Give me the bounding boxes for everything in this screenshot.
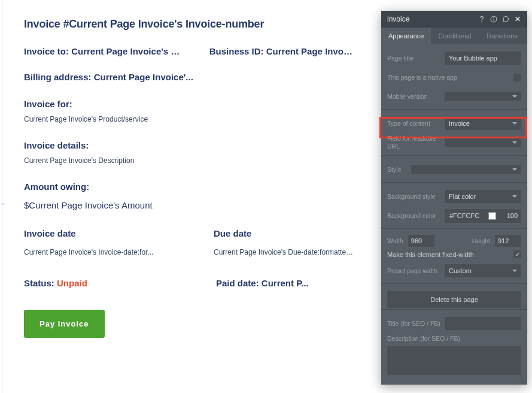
svg-rect-1 bbox=[494, 19, 494, 21]
bg-color-opacity[interactable] bbox=[501, 212, 518, 219]
section-seo: Title (for SEO / FB) Description (for SE… bbox=[381, 310, 527, 385]
style-label: Style bbox=[387, 166, 411, 174]
status-label[interactable]: Status: bbox=[24, 278, 57, 288]
section-content: Type of content Invoice Field for readab… bbox=[381, 110, 527, 156]
invoice-to[interactable]: Invoice to: Current Page Invoice's Cus..… bbox=[24, 46, 186, 56]
mobile-version-select[interactable] bbox=[445, 92, 521, 101]
paid-date[interactable]: Paid date: Current P... bbox=[216, 278, 354, 288]
section-style: Style bbox=[381, 156, 527, 183]
tab-transitions[interactable]: Transitions bbox=[478, 28, 524, 44]
section-page: Page title This page is a native app Mob… bbox=[381, 44, 527, 110]
tab-conditional[interactable]: Conditional bbox=[431, 28, 478, 44]
page-title-label: Page title bbox=[387, 55, 445, 62]
svg-rect-2 bbox=[494, 17, 494, 18]
page-title-input[interactable] bbox=[445, 52, 521, 65]
status: Status: Unpaid bbox=[24, 278, 162, 288]
seo-desc-label: Description (for SEO / FB) bbox=[387, 335, 521, 343]
status-value[interactable]: Unpaid bbox=[57, 278, 87, 288]
type-of-content-select[interactable]: Invoice bbox=[445, 117, 521, 130]
mobile-version-label: Mobile version bbox=[387, 93, 445, 101]
invoice-date-label[interactable]: Invoice date bbox=[24, 228, 160, 238]
delete-page-button[interactable]: Delete this page bbox=[387, 291, 521, 308]
fixed-width-label: Make this element fixed-width bbox=[387, 251, 474, 258]
info-icon[interactable] bbox=[489, 14, 498, 24]
help-icon[interactable]: ? bbox=[477, 14, 487, 24]
chevron-down-icon bbox=[512, 122, 517, 125]
billing-address[interactable]: Billing address: Current Page Invoice'..… bbox=[24, 72, 354, 82]
amount-value[interactable]: $Current Page Invoice's Amount bbox=[24, 200, 354, 210]
seo-title-input[interactable] bbox=[445, 317, 521, 330]
tab-appearance[interactable]: Appearance bbox=[381, 28, 431, 44]
chevron-down-icon bbox=[512, 168, 517, 171]
business-id[interactable]: Business ID: Current Page Invoice's bbox=[209, 46, 354, 56]
readable-url-select[interactable] bbox=[445, 138, 521, 147]
property-panel[interactable]: invoice ? ✕ Appearance Conditional Trans… bbox=[381, 11, 527, 385]
native-app-checkbox[interactable] bbox=[513, 74, 521, 81]
bg-style-value: Flat color bbox=[449, 193, 476, 200]
bg-color-hex: #FCFCFC bbox=[449, 212, 484, 219]
chevron-down-icon bbox=[512, 195, 517, 198]
fixed-width-checkbox[interactable]: ✓ bbox=[513, 250, 521, 258]
section-background: Background style Flat color Background c… bbox=[381, 183, 527, 229]
invoice-for-value[interactable]: Current Page Invoice's Product/service bbox=[24, 115, 354, 123]
seo-desc-textarea[interactable] bbox=[387, 346, 521, 375]
bg-color-swatch[interactable] bbox=[488, 212, 496, 220]
invoice-details-value[interactable]: Current Page Invoice's Description bbox=[24, 156, 354, 165]
seo-title-label: Title (for SEO / FB) bbox=[387, 320, 445, 328]
comment-icon[interactable] bbox=[501, 14, 510, 24]
panel-tabs: Appearance Conditional Transitions bbox=[381, 28, 527, 44]
invoice-for-label[interactable]: Invoice for: bbox=[24, 99, 354, 109]
due-date-label[interactable]: Due date bbox=[214, 228, 354, 238]
width-label: Width bbox=[387, 237, 403, 244]
invoice-title[interactable]: Invoice #Current Page Invoice's Invoice-… bbox=[24, 18, 354, 31]
invoice-canvas[interactable]: Invoice #Current Page Invoice's Invoice-… bbox=[2, 0, 376, 393]
preset-width-label: Preset page width bbox=[387, 267, 445, 275]
panel-title: invoice bbox=[387, 15, 475, 23]
invoice-details-label[interactable]: Invoice details: bbox=[24, 140, 354, 150]
chevron-down-icon bbox=[512, 270, 517, 272]
chevron-down-icon bbox=[512, 95, 517, 98]
chevron-down-icon bbox=[512, 141, 517, 144]
amount-owing-label[interactable]: Amount owing: bbox=[24, 182, 354, 192]
type-of-content-label: Type of content bbox=[387, 120, 445, 128]
native-app-label: This page is a native app bbox=[387, 74, 513, 81]
bg-style-label: Background style bbox=[387, 193, 445, 201]
height-input[interactable] bbox=[495, 235, 521, 247]
height-label: Height bbox=[472, 237, 490, 244]
close-icon[interactable]: ✕ bbox=[513, 14, 522, 24]
bg-color-field[interactable]: #FCFCFC bbox=[445, 209, 521, 223]
readable-url-label: Field for readable URL bbox=[387, 135, 445, 150]
bg-color-label: Background color bbox=[387, 212, 445, 220]
section-dimensions: Width Height Make this element fixed-wid… bbox=[381, 229, 527, 284]
section-delete: Delete this page bbox=[381, 284, 527, 310]
ruler-tick bbox=[1, 204, 5, 204]
preset-width-select[interactable]: Custom bbox=[445, 264, 521, 277]
preset-width-value: Custom bbox=[449, 267, 472, 274]
due-date-value[interactable]: Current Page Invoice's Due-date:formatte… bbox=[214, 248, 354, 256]
style-select[interactable] bbox=[411, 165, 521, 174]
panel-header[interactable]: invoice ? ✕ bbox=[381, 11, 527, 28]
bg-style-select[interactable]: Flat color bbox=[445, 190, 521, 203]
invoice-date-value[interactable]: Current Page Invoice's Invoice-date:for.… bbox=[24, 248, 160, 256]
width-input[interactable] bbox=[408, 235, 434, 247]
pay-invoice-button[interactable]: Pay Invoice bbox=[24, 310, 105, 338]
type-of-content-value: Invoice bbox=[449, 120, 470, 127]
